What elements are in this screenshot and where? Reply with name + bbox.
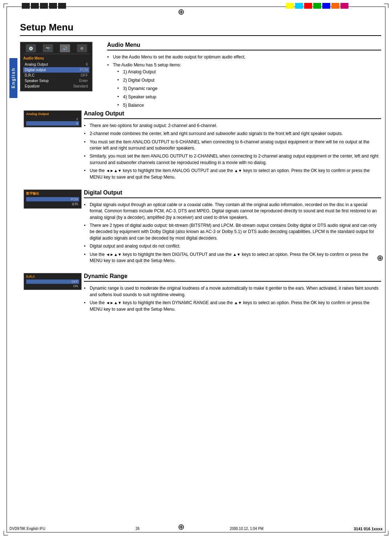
black-bar-4 [49, 3, 57, 9]
digital-row-full-val: 全码 [72, 202, 78, 207]
analog-screen-col: Analog Output 2 6 [20, 110, 78, 182]
sidebar-language-label: English [11, 68, 16, 88]
corner-mark-tr [384, 4, 388, 8]
sidebar-language: English [9, 58, 17, 98]
screen-row-speaker: Speaker Setup Enter [23, 78, 89, 83]
digital-row-full: 全码 [26, 201, 79, 207]
border-left [7, 7, 7, 532]
screen-row-speaker-label: Speaker Setup [25, 79, 49, 83]
black-bar-5 [58, 3, 66, 9]
screen-row-digital: Digital output PCM [23, 67, 89, 73]
analog-bullet-3: You must set the item ANALOG OUTPUT to 6… [84, 139, 381, 152]
analog-screen: Analog Output 2 6 [24, 110, 82, 127]
screen-row-drc: D,R,C OFF [23, 73, 89, 78]
analog-row-2: 2 [26, 117, 79, 121]
menu-icon-settings: ⚙ [77, 44, 87, 52]
footer-page: 26 [135, 527, 139, 531]
dynamic-row-on: ON [26, 284, 79, 288]
digital-bullet-3: Digital output and analog output do not … [84, 243, 381, 249]
color-bar-blue [322, 3, 330, 9]
menu-bar-icons: 💿 📷 🔊 ⚙ [23, 44, 89, 54]
screen-row-eq: Equalizer Standard [23, 83, 89, 89]
screen-row-analog-label: Analog Output [25, 62, 48, 66]
analog-heading: Analog Output [84, 110, 381, 119]
digital-row-pcm-val: PCM [71, 197, 78, 201]
color-bar-orange [331, 3, 339, 9]
digital-screen-title: 数字输出 [26, 191, 79, 196]
analog-row-6: 6 [26, 121, 79, 126]
screen-row-analog: Analog Output 6 [23, 62, 89, 67]
analog-bullet-1: There are two options for analog output:… [84, 123, 381, 129]
digital-heading: Digital Output [84, 189, 381, 198]
audio-menu-heading: Audio Menu [107, 42, 381, 50]
color-bar-yellow [286, 3, 294, 9]
analog-arrow-keys: ◄►▲▼ [106, 168, 122, 173]
color-bar-cyan [295, 3, 303, 9]
audio-menu-section: 💿 📷 🔊 ⚙ Audio Menu Analog Output 6 Digit… [20, 42, 381, 110]
digital-bullet-2: There are 2 types of digital audio outpu… [84, 222, 381, 241]
screen-row-digital-val: PCM [80, 68, 88, 72]
dynamic-arrow-keys-2: ▲▼ [234, 301, 242, 305]
footer-date: 2000.10.12, 1:04 PM [230, 527, 264, 531]
dynamic-screen-col: D,R,C OFF ON [20, 273, 78, 314]
dynamic-heading: Dynamic Range [84, 273, 381, 282]
digital-arrow-keys-2: ▲▼ [233, 252, 241, 257]
digital-arrow-keys: ◄►▲▼ [106, 252, 122, 257]
menu-icon-video: 📷 [43, 44, 53, 52]
dynamic-bullet-2: Use the ◄►▲▼ keys to highlight the item … [84, 300, 381, 313]
dynamic-arrow-keys: ◄►▲▼ [106, 301, 122, 305]
color-bar-red [304, 3, 312, 9]
dynamic-range-section: D,R,C OFF ON Dynamic Range Dynamic range… [20, 273, 381, 314]
screen-row-speaker-val: Enter [79, 79, 88, 83]
analog-bullet-5: Use the ◄►▲▼ keys to highlight the item … [84, 168, 381, 180]
black-bar-1 [22, 3, 30, 9]
analog-row-2-val: 2 [76, 117, 78, 121]
crosshair-top: ⊕ [178, 8, 184, 16]
audio-menu-items: 1) Analog Output 2) Digital Output 3) Dy… [113, 69, 381, 109]
screen-row-analog-val: 6 [86, 62, 88, 66]
footer-model: DVD978K English IFU [9, 527, 45, 531]
dynamic-row-off: OFF [26, 279, 79, 284]
corner-mark-bl [4, 531, 8, 535]
screen-row-eq-val: Standard [73, 84, 88, 88]
analog-bullet-2: 2-channel mode combines the center, left… [84, 131, 381, 137]
dynamic-row-off-val: OFF [72, 280, 78, 283]
audio-bullet-1: Use the Audio Menu to set the audio outp… [107, 54, 381, 60]
border-right [385, 7, 385, 532]
analog-bullet-4: Similarly, you must set the item ANALOG … [84, 153, 381, 166]
black-bars-top [22, 3, 66, 9]
border-bottom [7, 532, 385, 532]
audio-menu-bullets: Use the Audio Menu to set the audio outp… [107, 54, 381, 109]
audio-item-3: 3) Dynamic range [117, 85, 381, 92]
color-bars-top [286, 3, 348, 9]
audio-item-5: 5) Balance [117, 102, 381, 109]
black-bar-3 [40, 3, 48, 9]
analog-bullets: There are two options for analog output:… [84, 123, 381, 180]
digital-text-col: Digital Output Digital signals output th… [84, 189, 381, 266]
dynamic-text-col: Dynamic Range Dynamic range is used to m… [84, 273, 381, 314]
digital-screen-col: 数字输出 PCM 全码 [20, 189, 78, 266]
screen-menu-title: Audio Menu [23, 56, 89, 60]
corner-mark-br [384, 531, 388, 535]
digital-bullet-4: Use the ◄►▲▼ keys to highlight the item … [84, 252, 381, 264]
dynamic-row-on-val: ON [73, 284, 78, 288]
black-bar-2 [31, 3, 39, 9]
screen-row-drc-val: OFF [81, 73, 88, 77]
digital-bullets: Digital signals output through an optica… [84, 202, 381, 264]
analog-row-6-val: 6 [76, 122, 78, 125]
footer-code: 3141 016 1xxxx [354, 527, 383, 531]
analog-arrow-keys-2: ▲▼ [234, 168, 242, 173]
corner-mark-tl [4, 4, 8, 8]
color-bar-green [313, 3, 321, 9]
analog-text-col: Analog Output There are two options for … [84, 110, 381, 182]
menu-icon-audio: 🔊 [60, 44, 70, 52]
dynamic-screen-title: D,R,C [26, 275, 79, 278]
audio-item-2: 2) Digital Output [117, 77, 381, 83]
screen-row-drc-label: D,R,C [25, 73, 34, 77]
digital-bullet-1: Digital signals output through an optica… [84, 202, 381, 221]
audio-bullet-2: The Audio Menu has 5 setup items: 1) Ana… [107, 62, 381, 108]
analog-screen-title: Analog Output [26, 112, 79, 116]
audio-item-4: 4) Speaker setup [117, 94, 381, 100]
audio-menu-screen: 💿 📷 🔊 ⚙ Audio Menu Analog Output 6 Digit… [20, 42, 93, 91]
footer: DVD978K English IFU 26 2000.10.12, 1:04 … [9, 527, 383, 531]
